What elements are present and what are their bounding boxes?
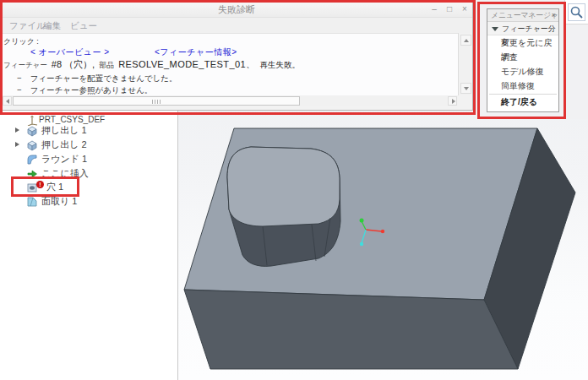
scroll-up-button[interactable] bbox=[460, 35, 471, 46]
failure-message: フィーチャー #8 （穴）, 部品 RESOLVE_MODE_TEST_01、 … bbox=[3, 58, 300, 71]
horizontal-scrollbar[interactable] bbox=[2, 95, 458, 106]
grip-icon bbox=[160, 100, 161, 104]
collapse-triangle-icon bbox=[492, 27, 498, 31]
insert-here-icon bbox=[26, 168, 38, 180]
tree-item-insert-here[interactable]: ここに挿入 bbox=[0, 166, 177, 181]
grip-icon bbox=[152, 100, 153, 104]
menu-manager-title: メニューマネージャ bbox=[491, 9, 558, 22]
menu-view[interactable]: ビュー bbox=[70, 19, 97, 31]
maximize-button[interactable]: □ bbox=[444, 3, 455, 15]
scroll-down-button[interactable] bbox=[460, 83, 471, 94]
scrollbar-thumb[interactable] bbox=[13, 96, 300, 106]
menu-manager-close-button[interactable]: × bbox=[552, 9, 556, 22]
failure-diagnosis-dialog: 失敗診断 – □ × ファイル 編集 ビュー クリック : < オーバービュー … bbox=[0, 0, 473, 111]
round-icon bbox=[26, 154, 38, 166]
diagnosis-message-area: クリック : < オーバービュー > <フィーチャー情報> フィーチャー #8 … bbox=[2, 33, 458, 95]
menu-manager-titlebar[interactable]: メニューマネージャ × bbox=[487, 9, 558, 22]
search-button[interactable] bbox=[568, 3, 585, 21]
dialog-title: 失敗診断 bbox=[1, 1, 472, 18]
menu-item-undo-changes[interactable]: 変更を元に戻す bbox=[487, 35, 558, 50]
tree-item-extrude-2[interactable]: 押し出し 2 bbox=[0, 138, 177, 152]
tree-item-extrude-1[interactable]: 押し出し 1 bbox=[0, 123, 177, 138]
menu-edit[interactable]: 編集 bbox=[43, 19, 61, 31]
arrow-down-icon bbox=[464, 87, 469, 90]
expand-arrow-icon[interactable] bbox=[15, 128, 19, 133]
vertical-scrollbar[interactable] bbox=[458, 33, 472, 95]
search-icon bbox=[569, 4, 585, 20]
extrude-icon bbox=[26, 125, 38, 137]
application-window: PRT_CSYS_DEF 押し出し 1 押し出し 2 ラウンド 1 ここに挿入 bbox=[0, 0, 588, 380]
menu-file[interactable]: ファイル bbox=[9, 19, 46, 31]
feature-info-link[interactable]: <フィーチャー情報> bbox=[155, 46, 237, 58]
tree-item-hole-1-failed[interactable]: ! 穴 1 bbox=[0, 180, 177, 194]
scroll-left-button[interactable] bbox=[3, 96, 12, 106]
arrow-right-icon bbox=[452, 99, 455, 104]
arrow-left-icon bbox=[6, 99, 9, 104]
tree-item-chamfer-1[interactable]: 面取り 1 bbox=[0, 194, 177, 209]
failure-detail-item: − フィーチャーを配置できませんでした。 bbox=[17, 73, 177, 84]
failed-feature-badge-icon: ! bbox=[36, 181, 44, 188]
menu-item-fix-model[interactable]: モデル修復 bbox=[487, 64, 558, 79]
toolbar bbox=[564, 0, 588, 24]
chamfer-icon bbox=[26, 196, 38, 208]
expand-arrow-icon[interactable] bbox=[15, 142, 19, 147]
dialog-titlebar[interactable]: 失敗診断 – □ × bbox=[1, 1, 472, 18]
dialog-menubar: ファイル 編集 ビュー bbox=[1, 18, 472, 33]
overview-link[interactable]: < オーバービュー > bbox=[30, 46, 110, 58]
grip-icon bbox=[157, 100, 158, 104]
tree-item-round-1[interactable]: ラウンド 1 bbox=[0, 152, 177, 166]
grip-icon bbox=[155, 100, 155, 104]
menu-item-quick-fix[interactable]: 簡単修復 bbox=[487, 79, 558, 93]
extrude-icon bbox=[26, 139, 38, 151]
menu-item-investigate[interactable]: 調査 bbox=[487, 50, 558, 64]
close-button[interactable]: × bbox=[459, 3, 471, 15]
menu-manager-panel: メニューマネージャ × フィーチャー分析 変更を元に戻す 調査 モデル修復 簡単… bbox=[487, 8, 559, 112]
menu-item-done-return[interactable]: 終了/戻る bbox=[487, 95, 558, 109]
feature-analysis-section-header[interactable]: フィーチャー分析 bbox=[487, 22, 558, 35]
minimize-button[interactable]: – bbox=[428, 3, 440, 15]
arrow-up-icon bbox=[464, 39, 469, 42]
scroll-right-button[interactable] bbox=[448, 96, 457, 106]
